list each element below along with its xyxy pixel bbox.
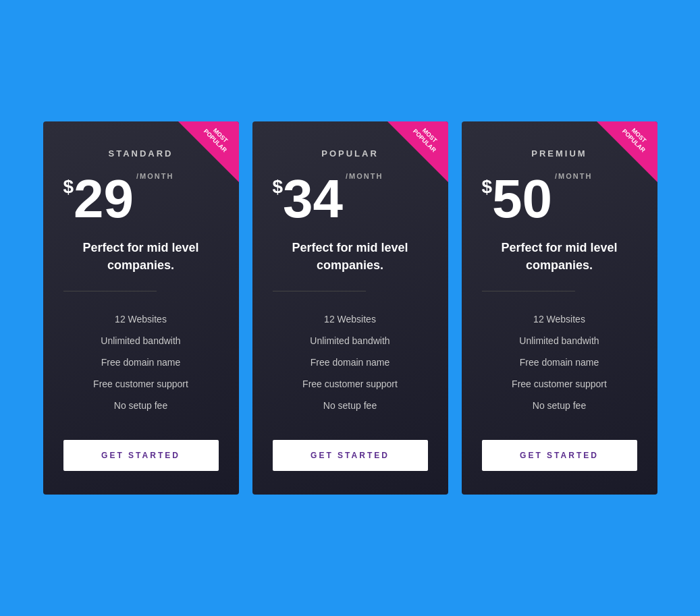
pricing-card-standard: MOST POPULAR STANDARD $ 29 /MONTH Perfec…	[43, 121, 239, 494]
pricing-container: MOST POPULAR STANDARD $ 29 /MONTH Perfec…	[16, 94, 684, 521]
feature-item: Free domain name	[273, 352, 428, 373]
badge-text: MOST POPULAR	[618, 121, 654, 157]
feature-item: Free customer support	[482, 373, 637, 395]
plan-description: Perfect for mid level companies.	[482, 240, 637, 273]
price-period: /MONTH	[136, 172, 173, 180]
price-period: /MONTH	[346, 172, 383, 180]
feature-item: Free customer support	[273, 373, 428, 395]
divider	[482, 291, 575, 291]
feature-item: 12 Websites	[273, 308, 428, 330]
feature-item: Unlimited bandwith	[273, 330, 428, 352]
feature-item: No setup fee	[273, 395, 428, 416]
price-period-text: /MONTH	[555, 172, 592, 180]
feature-item: Unlimited bandwith	[482, 330, 637, 352]
price-amount: 50	[492, 172, 552, 226]
most-popular-badge: MOST POPULAR	[597, 121, 657, 182]
feature-item: Unlimited bandwith	[63, 330, 219, 352]
most-popular-badge: MOST POPULAR	[178, 121, 239, 182]
features-list: 12 Websites Unlimited bandwith Free doma…	[63, 308, 219, 416]
pricing-card-premium: MOST POPULAR PREMIUM $ 50 /MONTH Perfect…	[462, 121, 657, 494]
price-period-text: /MONTH	[136, 172, 173, 180]
price-dollar: $	[63, 177, 74, 196]
badge-text: MOST POPULAR	[199, 121, 236, 157]
price-dollar: $	[273, 177, 284, 196]
features-list: 12 Websites Unlimited bandwith Free doma…	[482, 308, 637, 416]
divider	[273, 291, 366, 291]
price-period: /MONTH	[555, 172, 592, 180]
price-dollar: $	[482, 177, 493, 196]
plan-description: Perfect for mid level companies.	[63, 240, 219, 273]
feature-item: 12 Websites	[63, 308, 219, 330]
feature-item: Free domain name	[482, 352, 637, 373]
plan-description: Perfect for mid level companies.	[273, 240, 428, 273]
feature-item: No setup fee	[63, 395, 219, 416]
get-started-button[interactable]: GET STARTED	[273, 440, 428, 471]
pricing-card-popular: MOST POPULAR POPULAR $ 34 /MONTH Perfect…	[252, 121, 448, 494]
divider	[63, 291, 157, 291]
price-period-text: /MONTH	[346, 172, 383, 180]
price-amount: 34	[283, 172, 343, 226]
get-started-button[interactable]: GET STARTED	[63, 440, 219, 471]
get-started-button[interactable]: GET STARTED	[482, 440, 637, 471]
feature-item: No setup fee	[482, 395, 637, 416]
badge-text: MOST POPULAR	[408, 121, 445, 157]
most-popular-badge: MOST POPULAR	[387, 121, 448, 182]
price-amount: 29	[74, 172, 134, 226]
feature-item: 12 Websites	[482, 308, 637, 330]
feature-item: Free customer support	[63, 373, 219, 395]
feature-item: Free domain name	[63, 352, 219, 373]
features-list: 12 Websites Unlimited bandwith Free doma…	[273, 308, 428, 416]
